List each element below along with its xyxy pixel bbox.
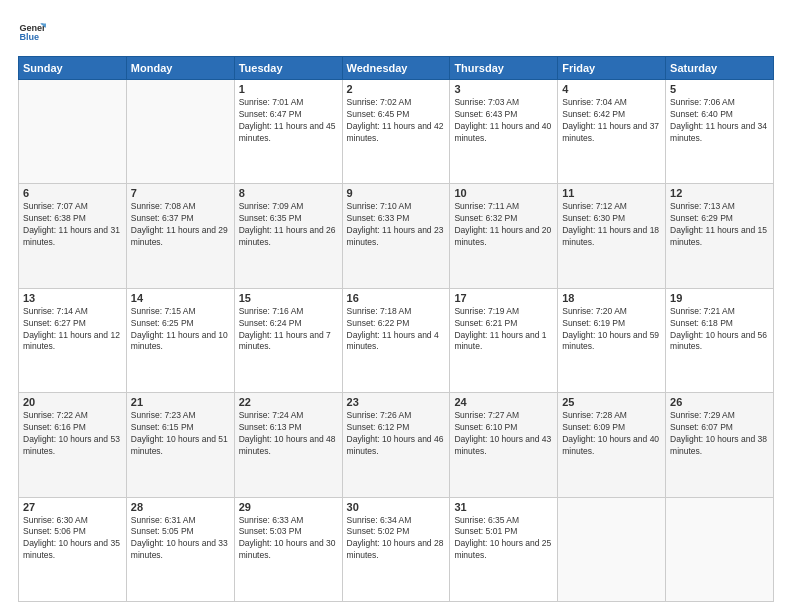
- calendar-cell: 11Sunrise: 7:12 AM Sunset: 6:30 PM Dayli…: [558, 184, 666, 288]
- calendar-cell: 7Sunrise: 7:08 AM Sunset: 6:37 PM Daylig…: [126, 184, 234, 288]
- calendar-cell: 22Sunrise: 7:24 AM Sunset: 6:13 PM Dayli…: [234, 393, 342, 497]
- day-number: 18: [562, 292, 661, 304]
- calendar-table: SundayMondayTuesdayWednesdayThursdayFrid…: [18, 56, 774, 602]
- day-number: 2: [347, 83, 446, 95]
- calendar-cell: [558, 497, 666, 601]
- calendar-cell: 16Sunrise: 7:18 AM Sunset: 6:22 PM Dayli…: [342, 288, 450, 392]
- logo-icon: General Blue: [18, 18, 46, 46]
- day-info: Sunrise: 7:23 AM Sunset: 6:15 PM Dayligh…: [131, 410, 230, 458]
- day-number: 4: [562, 83, 661, 95]
- day-info: Sunrise: 7:13 AM Sunset: 6:29 PM Dayligh…: [670, 201, 769, 249]
- day-info: Sunrise: 7:27 AM Sunset: 6:10 PM Dayligh…: [454, 410, 553, 458]
- day-info: Sunrise: 7:22 AM Sunset: 6:16 PM Dayligh…: [23, 410, 122, 458]
- day-number: 12: [670, 187, 769, 199]
- day-info: Sunrise: 7:12 AM Sunset: 6:30 PM Dayligh…: [562, 201, 661, 249]
- calendar-cell: [666, 497, 774, 601]
- day-header-sunday: Sunday: [19, 57, 127, 80]
- day-number: 1: [239, 83, 338, 95]
- day-info: Sunrise: 7:01 AM Sunset: 6:47 PM Dayligh…: [239, 97, 338, 145]
- day-info: Sunrise: 7:28 AM Sunset: 6:09 PM Dayligh…: [562, 410, 661, 458]
- svg-text:Blue: Blue: [19, 32, 39, 42]
- day-number: 20: [23, 396, 122, 408]
- day-info: Sunrise: 6:31 AM Sunset: 5:05 PM Dayligh…: [131, 515, 230, 563]
- day-header-thursday: Thursday: [450, 57, 558, 80]
- calendar-cell: 8Sunrise: 7:09 AM Sunset: 6:35 PM Daylig…: [234, 184, 342, 288]
- day-number: 30: [347, 501, 446, 513]
- day-number: 9: [347, 187, 446, 199]
- calendar-cell: 19Sunrise: 7:21 AM Sunset: 6:18 PM Dayli…: [666, 288, 774, 392]
- day-number: 21: [131, 396, 230, 408]
- day-info: Sunrise: 7:10 AM Sunset: 6:33 PM Dayligh…: [347, 201, 446, 249]
- calendar-cell: [126, 80, 234, 184]
- calendar-cell: 4Sunrise: 7:04 AM Sunset: 6:42 PM Daylig…: [558, 80, 666, 184]
- day-number: 27: [23, 501, 122, 513]
- day-info: Sunrise: 7:04 AM Sunset: 6:42 PM Dayligh…: [562, 97, 661, 145]
- day-header-monday: Monday: [126, 57, 234, 80]
- calendar-cell: 20Sunrise: 7:22 AM Sunset: 6:16 PM Dayli…: [19, 393, 127, 497]
- calendar-week-row: 13Sunrise: 7:14 AM Sunset: 6:27 PM Dayli…: [19, 288, 774, 392]
- calendar-week-row: 20Sunrise: 7:22 AM Sunset: 6:16 PM Dayli…: [19, 393, 774, 497]
- day-number: 6: [23, 187, 122, 199]
- calendar-week-row: 6Sunrise: 7:07 AM Sunset: 6:38 PM Daylig…: [19, 184, 774, 288]
- calendar-cell: 5Sunrise: 7:06 AM Sunset: 6:40 PM Daylig…: [666, 80, 774, 184]
- day-info: Sunrise: 7:11 AM Sunset: 6:32 PM Dayligh…: [454, 201, 553, 249]
- calendar-cell: 24Sunrise: 7:27 AM Sunset: 6:10 PM Dayli…: [450, 393, 558, 497]
- day-info: Sunrise: 7:03 AM Sunset: 6:43 PM Dayligh…: [454, 97, 553, 145]
- calendar-cell: 25Sunrise: 7:28 AM Sunset: 6:09 PM Dayli…: [558, 393, 666, 497]
- day-number: 7: [131, 187, 230, 199]
- day-number: 23: [347, 396, 446, 408]
- day-number: 29: [239, 501, 338, 513]
- day-number: 5: [670, 83, 769, 95]
- day-number: 24: [454, 396, 553, 408]
- day-number: 13: [23, 292, 122, 304]
- calendar-cell: 9Sunrise: 7:10 AM Sunset: 6:33 PM Daylig…: [342, 184, 450, 288]
- day-number: 11: [562, 187, 661, 199]
- calendar-cell: 30Sunrise: 6:34 AM Sunset: 5:02 PM Dayli…: [342, 497, 450, 601]
- day-info: Sunrise: 7:18 AM Sunset: 6:22 PM Dayligh…: [347, 306, 446, 354]
- calendar-cell: 21Sunrise: 7:23 AM Sunset: 6:15 PM Dayli…: [126, 393, 234, 497]
- calendar-cell: 27Sunrise: 6:30 AM Sunset: 5:06 PM Dayli…: [19, 497, 127, 601]
- day-info: Sunrise: 7:09 AM Sunset: 6:35 PM Dayligh…: [239, 201, 338, 249]
- day-header-tuesday: Tuesday: [234, 57, 342, 80]
- calendar-cell: 17Sunrise: 7:19 AM Sunset: 6:21 PM Dayli…: [450, 288, 558, 392]
- calendar-cell: 10Sunrise: 7:11 AM Sunset: 6:32 PM Dayli…: [450, 184, 558, 288]
- day-number: 8: [239, 187, 338, 199]
- calendar-cell: 3Sunrise: 7:03 AM Sunset: 6:43 PM Daylig…: [450, 80, 558, 184]
- calendar-cell: 29Sunrise: 6:33 AM Sunset: 5:03 PM Dayli…: [234, 497, 342, 601]
- day-info: Sunrise: 7:16 AM Sunset: 6:24 PM Dayligh…: [239, 306, 338, 354]
- day-info: Sunrise: 7:24 AM Sunset: 6:13 PM Dayligh…: [239, 410, 338, 458]
- day-info: Sunrise: 7:26 AM Sunset: 6:12 PM Dayligh…: [347, 410, 446, 458]
- day-number: 16: [347, 292, 446, 304]
- day-info: Sunrise: 7:20 AM Sunset: 6:19 PM Dayligh…: [562, 306, 661, 354]
- calendar-cell: 31Sunrise: 6:35 AM Sunset: 5:01 PM Dayli…: [450, 497, 558, 601]
- day-number: 22: [239, 396, 338, 408]
- day-info: Sunrise: 7:08 AM Sunset: 6:37 PM Dayligh…: [131, 201, 230, 249]
- calendar-week-row: 1Sunrise: 7:01 AM Sunset: 6:47 PM Daylig…: [19, 80, 774, 184]
- day-info: Sunrise: 6:33 AM Sunset: 5:03 PM Dayligh…: [239, 515, 338, 563]
- day-number: 15: [239, 292, 338, 304]
- calendar-cell: 6Sunrise: 7:07 AM Sunset: 6:38 PM Daylig…: [19, 184, 127, 288]
- calendar-cell: 23Sunrise: 7:26 AM Sunset: 6:12 PM Dayli…: [342, 393, 450, 497]
- day-number: 28: [131, 501, 230, 513]
- day-header-friday: Friday: [558, 57, 666, 80]
- day-number: 19: [670, 292, 769, 304]
- day-info: Sunrise: 6:34 AM Sunset: 5:02 PM Dayligh…: [347, 515, 446, 563]
- day-info: Sunrise: 7:06 AM Sunset: 6:40 PM Dayligh…: [670, 97, 769, 145]
- header: General Blue: [18, 18, 774, 46]
- day-info: Sunrise: 7:29 AM Sunset: 6:07 PM Dayligh…: [670, 410, 769, 458]
- day-number: 10: [454, 187, 553, 199]
- calendar-cell: 12Sunrise: 7:13 AM Sunset: 6:29 PM Dayli…: [666, 184, 774, 288]
- day-number: 26: [670, 396, 769, 408]
- day-info: Sunrise: 7:07 AM Sunset: 6:38 PM Dayligh…: [23, 201, 122, 249]
- day-header-saturday: Saturday: [666, 57, 774, 80]
- calendar-header-row: SundayMondayTuesdayWednesdayThursdayFrid…: [19, 57, 774, 80]
- calendar-cell: [19, 80, 127, 184]
- day-number: 31: [454, 501, 553, 513]
- day-number: 14: [131, 292, 230, 304]
- day-info: Sunrise: 6:30 AM Sunset: 5:06 PM Dayligh…: [23, 515, 122, 563]
- calendar-cell: 18Sunrise: 7:20 AM Sunset: 6:19 PM Dayli…: [558, 288, 666, 392]
- logo: General Blue: [18, 18, 46, 46]
- calendar-cell: 1Sunrise: 7:01 AM Sunset: 6:47 PM Daylig…: [234, 80, 342, 184]
- day-info: Sunrise: 7:02 AM Sunset: 6:45 PM Dayligh…: [347, 97, 446, 145]
- calendar-cell: 15Sunrise: 7:16 AM Sunset: 6:24 PM Dayli…: [234, 288, 342, 392]
